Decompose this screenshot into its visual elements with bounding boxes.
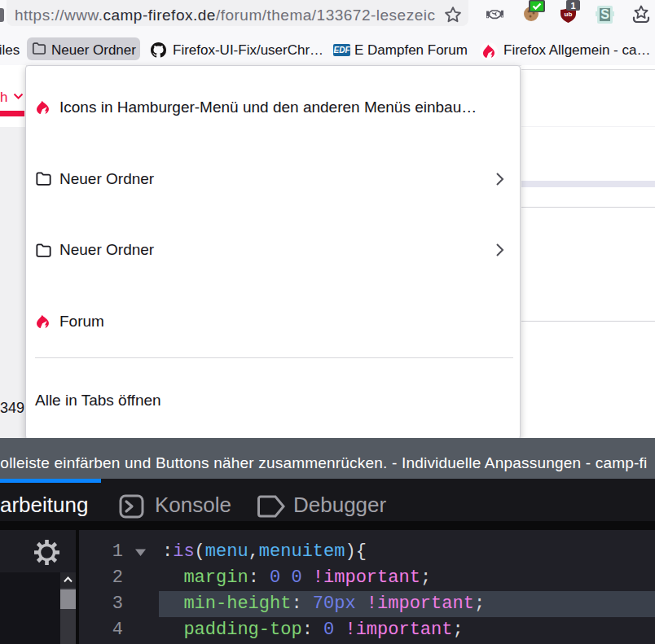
svg-text:1: 1 [570, 1, 575, 11]
svg-text:ub: ub [565, 11, 573, 18]
